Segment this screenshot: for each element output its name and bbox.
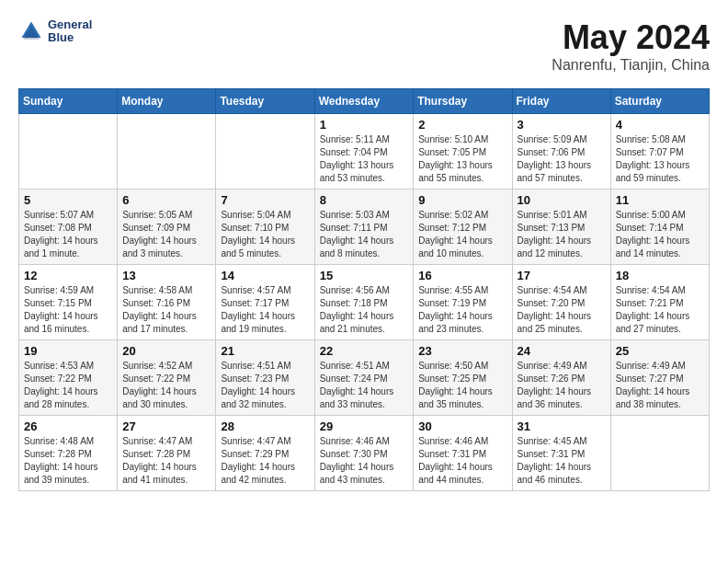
calendar-cell: 16Sunrise: 4:55 AM Sunset: 7:19 PM Dayli…: [414, 265, 512, 340]
calendar-table: SundayMondayTuesdayWednesdayThursdayFrid…: [18, 88, 710, 491]
calendar-cell: 10Sunrise: 5:01 AM Sunset: 7:13 PM Dayli…: [512, 190, 610, 265]
day-info: Sunrise: 4:52 AM Sunset: 7:22 PM Dayligh…: [122, 360, 210, 411]
weekday-header-friday: Friday: [512, 89, 610, 114]
day-info: Sunrise: 4:56 AM Sunset: 7:18 PM Dayligh…: [320, 284, 409, 336]
calendar-cell: 14Sunrise: 4:57 AM Sunset: 7:17 PM Dayli…: [216, 265, 314, 340]
weekday-header-wednesday: Wednesday: [314, 89, 414, 114]
calendar-cell: [118, 114, 216, 190]
day-info: Sunrise: 4:46 AM Sunset: 7:31 PM Dayligh…: [418, 435, 506, 487]
weekday-header-monday: Monday: [118, 89, 216, 114]
day-number: 25: [616, 344, 704, 358]
calendar-cell: 23Sunrise: 4:50 AM Sunset: 7:25 PM Dayli…: [414, 340, 512, 416]
day-number: 4: [616, 118, 704, 132]
week-row-3: 12Sunrise: 4:59 AM Sunset: 7:15 PM Dayli…: [19, 265, 710, 340]
calendar-cell: 29Sunrise: 4:46 AM Sunset: 7:30 PM Dayli…: [314, 416, 414, 491]
day-info: Sunrise: 4:55 AM Sunset: 7:19 PM Dayligh…: [418, 284, 506, 336]
calendar-cell: 17Sunrise: 4:54 AM Sunset: 7:20 PM Dayli…: [512, 265, 610, 340]
week-row-5: 26Sunrise: 4:48 AM Sunset: 7:28 PM Dayli…: [19, 416, 710, 491]
calendar-cell: 21Sunrise: 4:51 AM Sunset: 7:23 PM Dayli…: [216, 340, 314, 416]
calendar-cell: 15Sunrise: 4:56 AM Sunset: 7:18 PM Dayli…: [314, 265, 414, 340]
day-info: Sunrise: 5:08 AM Sunset: 7:07 PM Dayligh…: [616, 133, 704, 185]
day-info: Sunrise: 4:54 AM Sunset: 7:21 PM Dayligh…: [616, 284, 704, 336]
day-number: 27: [122, 419, 210, 433]
location-title: Nanrenfu, Tianjin, China: [552, 57, 710, 74]
day-info: Sunrise: 4:49 AM Sunset: 7:26 PM Dayligh…: [518, 360, 606, 411]
week-row-1: 1Sunrise: 5:11 AM Sunset: 7:04 PM Daylig…: [19, 114, 710, 190]
logo-icon: [18, 18, 44, 44]
day-number: 23: [418, 344, 506, 358]
day-info: Sunrise: 5:10 AM Sunset: 7:05 PM Dayligh…: [418, 133, 506, 185]
calendar-cell: 3Sunrise: 5:09 AM Sunset: 7:06 PM Daylig…: [512, 114, 610, 190]
day-info: Sunrise: 4:51 AM Sunset: 7:24 PM Dayligh…: [320, 360, 409, 411]
day-info: Sunrise: 4:59 AM Sunset: 7:15 PM Dayligh…: [24, 284, 112, 336]
calendar-cell: 27Sunrise: 4:47 AM Sunset: 7:28 PM Dayli…: [118, 416, 216, 491]
page-header: General Blue May 2024 Nanrenfu, Tianjin,…: [18, 18, 710, 74]
calendar-header: SundayMondayTuesdayWednesdayThursdayFrid…: [19, 89, 710, 114]
day-info: Sunrise: 4:58 AM Sunset: 7:16 PM Dayligh…: [122, 284, 210, 336]
month-title: May 2024: [552, 18, 710, 57]
weekday-header-sunday: Sunday: [19, 89, 118, 114]
calendar-cell: 28Sunrise: 4:47 AM Sunset: 7:29 PM Dayli…: [216, 416, 314, 491]
day-number: 7: [221, 193, 309, 207]
day-number: 1: [320, 118, 409, 132]
day-number: 2: [418, 118, 506, 132]
calendar-cell: 18Sunrise: 4:54 AM Sunset: 7:21 PM Dayli…: [610, 265, 709, 340]
calendar-cell: 5Sunrise: 5:07 AM Sunset: 7:08 PM Daylig…: [19, 190, 118, 265]
day-number: 20: [122, 344, 210, 358]
day-info: Sunrise: 4:49 AM Sunset: 7:27 PM Dayligh…: [616, 360, 704, 411]
day-info: Sunrise: 5:07 AM Sunset: 7:08 PM Dayligh…: [24, 209, 112, 260]
calendar-cell: 19Sunrise: 4:53 AM Sunset: 7:22 PM Dayli…: [19, 340, 118, 416]
calendar-cell: 2Sunrise: 5:10 AM Sunset: 7:05 PM Daylig…: [414, 114, 512, 190]
day-info: Sunrise: 4:46 AM Sunset: 7:30 PM Dayligh…: [320, 435, 409, 487]
calendar-cell: [19, 114, 118, 190]
day-info: Sunrise: 4:53 AM Sunset: 7:22 PM Dayligh…: [24, 360, 112, 411]
day-number: 30: [418, 419, 506, 433]
calendar-cell: 8Sunrise: 5:03 AM Sunset: 7:11 PM Daylig…: [314, 190, 414, 265]
day-info: Sunrise: 5:03 AM Sunset: 7:11 PM Dayligh…: [320, 209, 409, 260]
calendar-cell: 26Sunrise: 4:48 AM Sunset: 7:28 PM Dayli…: [19, 416, 118, 491]
logo-text: General Blue: [48, 18, 92, 45]
day-number: 6: [122, 193, 210, 207]
day-number: 24: [518, 344, 606, 358]
day-info: Sunrise: 4:50 AM Sunset: 7:25 PM Dayligh…: [418, 360, 506, 411]
calendar-cell: 6Sunrise: 5:05 AM Sunset: 7:09 PM Daylig…: [118, 190, 216, 265]
day-number: 31: [518, 419, 606, 433]
day-info: Sunrise: 4:47 AM Sunset: 7:28 PM Dayligh…: [122, 435, 210, 487]
day-number: 18: [616, 269, 704, 282]
day-number: 16: [418, 269, 506, 282]
week-row-2: 5Sunrise: 5:07 AM Sunset: 7:08 PM Daylig…: [19, 190, 710, 265]
day-info: Sunrise: 4:48 AM Sunset: 7:28 PM Dayligh…: [24, 435, 112, 487]
day-info: Sunrise: 4:45 AM Sunset: 7:31 PM Dayligh…: [518, 435, 606, 487]
logo-line1: General: [48, 18, 92, 31]
calendar-body: 1Sunrise: 5:11 AM Sunset: 7:04 PM Daylig…: [19, 114, 710, 491]
day-number: 11: [616, 193, 704, 207]
title-block: May 2024 Nanrenfu, Tianjin, China: [552, 18, 710, 74]
weekday-header-saturday: Saturday: [610, 89, 709, 114]
logo: General Blue: [18, 18, 92, 45]
weekday-row: SundayMondayTuesdayWednesdayThursdayFrid…: [19, 89, 710, 114]
calendar-cell: 24Sunrise: 4:49 AM Sunset: 7:26 PM Dayli…: [512, 340, 610, 416]
calendar-cell: 9Sunrise: 5:02 AM Sunset: 7:12 PM Daylig…: [414, 190, 512, 265]
day-number: 8: [320, 193, 409, 207]
day-info: Sunrise: 5:01 AM Sunset: 7:13 PM Dayligh…: [518, 209, 606, 260]
day-info: Sunrise: 4:57 AM Sunset: 7:17 PM Dayligh…: [221, 284, 309, 336]
day-number: 12: [24, 269, 112, 282]
day-number: 15: [320, 269, 409, 282]
weekday-header-tuesday: Tuesday: [216, 89, 314, 114]
calendar-cell: 20Sunrise: 4:52 AM Sunset: 7:22 PM Dayli…: [118, 340, 216, 416]
day-info: Sunrise: 5:02 AM Sunset: 7:12 PM Dayligh…: [418, 209, 506, 260]
logo-line2: Blue: [48, 31, 92, 44]
calendar-cell: 7Sunrise: 5:04 AM Sunset: 7:10 PM Daylig…: [216, 190, 314, 265]
day-number: 13: [122, 269, 210, 282]
day-number: 22: [320, 344, 409, 358]
week-row-4: 19Sunrise: 4:53 AM Sunset: 7:22 PM Dayli…: [19, 340, 710, 416]
day-info: Sunrise: 5:05 AM Sunset: 7:09 PM Dayligh…: [122, 209, 210, 260]
day-number: 5: [24, 193, 112, 207]
calendar-cell: 13Sunrise: 4:58 AM Sunset: 7:16 PM Dayli…: [118, 265, 216, 340]
day-number: 26: [24, 419, 112, 433]
calendar-cell: [610, 416, 709, 491]
day-info: Sunrise: 5:11 AM Sunset: 7:04 PM Dayligh…: [320, 133, 409, 185]
weekday-header-thursday: Thursday: [414, 89, 512, 114]
day-info: Sunrise: 5:00 AM Sunset: 7:14 PM Dayligh…: [616, 209, 704, 260]
calendar-cell: 12Sunrise: 4:59 AM Sunset: 7:15 PM Dayli…: [19, 265, 118, 340]
